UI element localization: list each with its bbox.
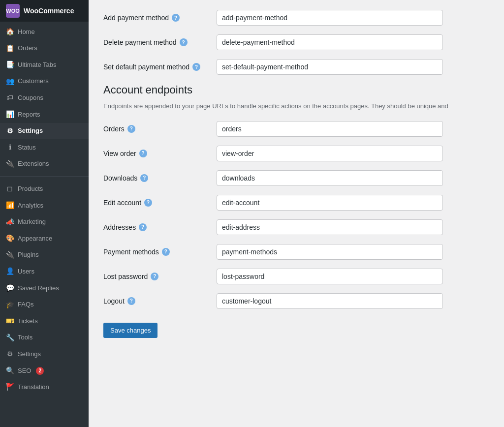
sidebar-item-extensions[interactable]: 🔌Extensions — [0, 156, 89, 173]
content-area: Add payment method ? Delete payment meth… — [89, 0, 504, 358]
label-addresses: Addresses ? — [103, 223, 212, 231]
sidebar-item-label: FAQs — [18, 300, 34, 309]
label-lost-password: Lost password ? — [103, 273, 212, 280]
appearance-icon: 🎨 — [6, 234, 14, 244]
input-downloads[interactable] — [217, 170, 443, 186]
sidebar-item-products[interactable]: ◻Products — [0, 181, 89, 197]
input-payment-methods[interactable] — [217, 244, 443, 260]
sidebar-item-home[interactable]: 🏠Home — [0, 24, 89, 40]
sidebar-item-status[interactable]: ℹStatus — [0, 139, 89, 156]
woo-logo: WOO — [6, 4, 20, 18]
label-downloads: Downloads ? — [103, 174, 212, 182]
faqs-icon: 🎓 — [6, 300, 14, 310]
field-group-addresses: Addresses ? — [103, 219, 489, 235]
field-group-set-default: Set default payment method ? — [103, 59, 489, 75]
field-group-edit-account: Edit account ? — [103, 195, 489, 211]
input-logout[interactable] — [217, 293, 443, 309]
account-fields-section: Orders ? View order ? Downloads ? — [103, 121, 489, 309]
sidebar-divider — [0, 176, 89, 177]
section-description: Endpoints are appended to your page URLs… — [103, 101, 489, 111]
input-set-default[interactable] — [217, 59, 443, 75]
help-icon-add-payment[interactable]: ? — [172, 14, 180, 22]
field-group-orders: Orders ? — [103, 121, 489, 137]
label-set-default: Set default payment method ? — [103, 63, 212, 71]
help-icon-set-default[interactable]: ? — [192, 63, 200, 71]
save-button[interactable]: Save changes — [103, 323, 158, 338]
sidebar-item-appearance[interactable]: 🎨Appearance — [0, 230, 89, 247]
marketing-icon: 📣 — [6, 217, 14, 227]
label-payment-methods: Payment methods ? — [103, 248, 212, 256]
sidebar-item-analytics[interactable]: 📶Analytics — [0, 197, 89, 214]
sidebar-item-customers[interactable]: 👥Customers — [0, 73, 89, 90]
sidebar-item-label: Saved Replies — [18, 284, 59, 293]
input-orders[interactable] — [217, 121, 443, 137]
label-edit-account: Edit account ? — [103, 199, 212, 207]
input-addresses[interactable] — [217, 219, 443, 235]
input-add-payment[interactable] — [217, 10, 443, 26]
input-lost-password[interactable] — [217, 269, 443, 284]
sidebar-item-label: Coupons — [18, 93, 43, 102]
help-icon-delete-payment[interactable]: ? — [180, 38, 188, 46]
sidebar-item-marketing[interactable]: 📣Marketing — [0, 214, 89, 231]
sidebar-item-label: SEO — [18, 366, 31, 375]
help-icon-view-order[interactable]: ? — [139, 150, 147, 157]
ultimate-tabs-icon: 📑 — [6, 60, 14, 70]
sidebar-item-translation[interactable]: 🚩Translation — [0, 379, 89, 396]
sidebar-item-label: Orders — [18, 44, 37, 53]
field-group-logout: Logout ? — [103, 293, 489, 309]
field-group-delete-payment: Delete payment method ? — [103, 34, 489, 50]
sidebar-item-label: Ultimate Tabs — [18, 61, 57, 69]
help-icon-edit-account[interactable]: ? — [144, 199, 152, 207]
analytics-icon: 📶 — [6, 201, 14, 211]
help-icon-logout[interactable]: ? — [127, 297, 135, 305]
help-icon-orders[interactable]: ? — [127, 125, 135, 133]
input-delete-payment[interactable] — [217, 34, 443, 50]
reports-icon: 📊 — [6, 110, 14, 120]
orders-icon: 📋 — [6, 44, 14, 54]
field-group-lost-password: Lost password ? — [103, 269, 489, 284]
tickets-icon: 🎫 — [6, 316, 14, 326]
label-delete-payment: Delete payment method ? — [103, 38, 212, 46]
customers-icon: 👥 — [6, 77, 14, 87]
extensions-icon: 🔌 — [6, 159, 14, 169]
sidebar-item-label: Translation — [18, 383, 49, 392]
sidebar-item-seo[interactable]: 🔍SEO2 — [0, 363, 89, 379]
sidebar-item-users[interactable]: 👤Users — [0, 263, 89, 280]
label-add-payment: Add payment method ? — [103, 14, 212, 22]
home-icon: 🏠 — [6, 27, 14, 37]
users-icon: 👤 — [6, 267, 14, 276]
sidebar-item-settings[interactable]: ⚙Settings — [0, 123, 89, 140]
field-group-add-payment: Add payment method ? — [103, 10, 489, 26]
sidebar-item-faqs[interactable]: 🎓FAQs — [0, 297, 89, 313]
sidebar-item-label: Analytics — [18, 201, 43, 210]
sidebar-item-tools[interactable]: 🔧Tools — [0, 330, 89, 346]
help-icon-downloads[interactable]: ? — [140, 174, 148, 182]
saved-replies-icon: 💬 — [6, 283, 14, 293]
sidebar-item-tickets[interactable]: 🎫Tickets — [0, 313, 89, 330]
sidebar-item-settings2[interactable]: ⚙Settings — [0, 346, 89, 363]
input-edit-account[interactable] — [217, 195, 443, 211]
field-group-view-order: View order ? — [103, 146, 489, 161]
sidebar-item-orders[interactable]: 📋Orders — [0, 40, 89, 57]
section-heading: Account endpoints — [103, 84, 489, 96]
translation-icon: 🚩 — [6, 382, 14, 392]
sidebar-header: WOO WooCommerce — [0, 0, 89, 22]
status-icon: ℹ — [6, 143, 14, 152]
help-icon-payment-methods[interactable]: ? — [162, 248, 170, 256]
sidebar-item-ultimate-tabs[interactable]: 📑Ultimate Tabs — [0, 57, 89, 73]
sidebar-item-reports[interactable]: 📊Reports — [0, 106, 89, 123]
input-view-order[interactable] — [217, 146, 443, 161]
main-content: Add payment method ? Delete payment meth… — [89, 0, 504, 427]
help-icon-lost-password[interactable]: ? — [151, 273, 158, 280]
sidebar-item-coupons[interactable]: 🏷Coupons — [0, 90, 89, 106]
products-icon: ◻ — [6, 184, 14, 194]
sidebar-item-saved-replies[interactable]: 💬Saved Replies — [0, 280, 89, 297]
label-view-order: View order ? — [103, 150, 212, 157]
help-icon-addresses[interactable]: ? — [139, 223, 147, 231]
brand-name: WooCommerce — [24, 7, 74, 15]
sidebar-item-plugins[interactable]: 🔌Plugins — [0, 247, 89, 264]
badge-seo: 2 — [36, 367, 44, 375]
field-group-payment-methods: Payment methods ? — [103, 244, 489, 260]
sidebar-item-label: Tickets — [18, 317, 38, 326]
sidebar-item-label: Status — [18, 143, 36, 152]
